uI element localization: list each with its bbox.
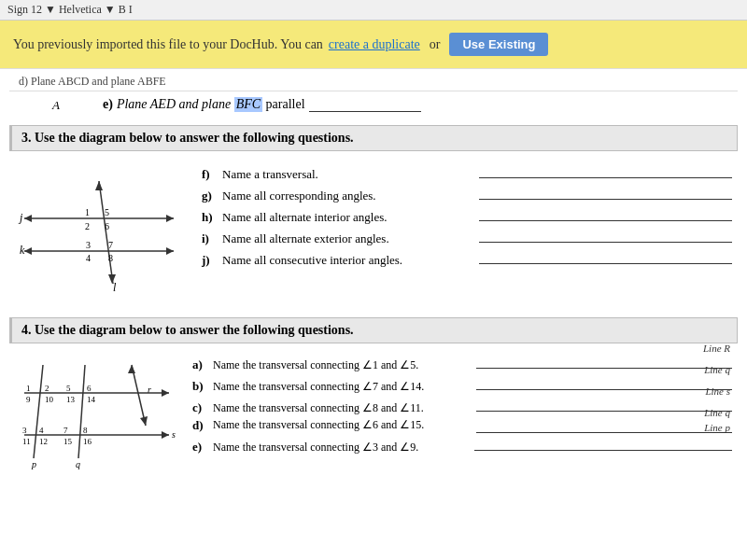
question-4b: b) Name the transversal connecting ∠7 an… — [192, 375, 732, 394]
svg-text:13: 13 — [66, 395, 76, 404]
svg-text:1: 1 — [26, 384, 31, 393]
svg-text:6: 6 — [105, 221, 109, 231]
svg-text:5: 5 — [105, 207, 109, 217]
svg-text:2: 2 — [85, 221, 90, 231]
question-h: h) Name all alternate interior angles. — [202, 206, 732, 225]
svg-text:9: 9 — [26, 395, 31, 404]
svg-text:k: k — [20, 244, 25, 257]
svg-marker-9 — [95, 181, 103, 190]
q-4a-answer-line — [476, 354, 732, 369]
use-existing-button[interactable]: Use Existing — [449, 33, 548, 56]
svg-text:15: 15 — [63, 437, 73, 446]
banner-main-text: You previously imported this file to you… — [13, 37, 323, 52]
q-4c-text: Name the transversal connecting ∠8 and ∠… — [213, 401, 472, 415]
q-g-label: g) — [202, 189, 222, 203]
svg-marker-26 — [140, 416, 148, 426]
plane-bfc-highlight: BFC — [234, 97, 262, 112]
svg-text:1: 1 — [85, 207, 90, 217]
q-f-text: Name a transversal. — [222, 167, 475, 182]
svg-marker-7 — [24, 247, 32, 255]
q-4e-text: Name the transversal connecting ∠3 and ∠… — [213, 441, 471, 455]
q-4c-label: c) — [192, 400, 213, 415]
q-4a-text: Name the transversal connecting ∠1 and ∠… — [213, 358, 472, 372]
q-4b-text: Name the transversal connecting ∠7 and ∠… — [213, 380, 472, 394]
svg-text:7: 7 — [63, 426, 68, 435]
section4-diagram: p q r s 1 2 9 — [9, 349, 187, 478]
q-4a-answer: Line R — [703, 343, 730, 354]
q-4b-answer-line — [476, 375, 732, 390]
banner-or: or — [430, 37, 441, 52]
q-h-answer-line — [479, 206, 732, 221]
q-h-text: Name all alternate interior angles. — [222, 210, 475, 225]
section4-transversal-diagram: p q r s 1 2 9 — [15, 351, 183, 472]
svg-text:11: 11 — [22, 437, 31, 446]
q-4b-answer: Line q — [704, 364, 730, 375]
q-4b-label: b) — [192, 379, 213, 394]
plane-e-label: e) — [103, 97, 113, 112]
toolbar: Sign 12 ▼ Helvetica ▼ B I — [0, 0, 747, 21]
question-i: i) Name all alternate exterior angles. — [202, 228, 732, 246]
q-4d-answer-top: Line q — [704, 407, 730, 418]
q-4c-answer: Line s — [705, 385, 730, 397]
section3-diagram: j k l 1 5 — [9, 159, 196, 310]
q-4d-text: Name the transversal connecting ∠6 and ∠… — [213, 418, 472, 432]
svg-text:6: 6 — [87, 384, 92, 393]
q-4a-label: a) — [192, 357, 213, 372]
svg-marker-29 — [162, 431, 169, 439]
question-g: g) Name all corresponding angles. — [202, 185, 732, 203]
q-f-answer-line — [479, 163, 732, 178]
q-g-text: Name all corresponding angles. — [222, 189, 475, 203]
svg-marker-2 — [166, 215, 174, 222]
svg-text:4: 4 — [39, 426, 44, 435]
svg-line-8 — [99, 181, 113, 284]
section3-questions: f) Name a transversal. g) Name all corre… — [196, 159, 738, 310]
q-4d-answer-line — [476, 418, 732, 433]
svg-text:4: 4 — [86, 253, 91, 263]
q-i-label: i) — [202, 231, 222, 246]
q-f-label: f) — [202, 167, 222, 182]
svg-text:14: 14 — [87, 395, 96, 404]
main-content: d) Plane ABCD and plane ABFE A e) Plane … — [0, 69, 747, 489]
q-i-text: Name all alternate exterior angles. — [222, 231, 475, 246]
plane-e-line: e) Plane AED and plane BFC parallel — [93, 93, 421, 118]
svg-marker-6 — [166, 247, 174, 255]
question-4e: e) Name the transversal connecting ∠3 an… — [192, 436, 732, 455]
svg-text:q: q — [76, 459, 80, 469]
svg-text:8: 8 — [108, 253, 113, 263]
svg-text:8: 8 — [83, 426, 88, 435]
svg-text:12: 12 — [39, 437, 48, 446]
svg-text:16: 16 — [83, 437, 92, 446]
section4-questions: a) Name the transversal connecting ∠1 an… — [187, 349, 738, 478]
svg-text:j: j — [18, 211, 23, 224]
import-banner: You previously imported this file to you… — [0, 21, 747, 69]
q-4e-answer-line — [474, 436, 732, 451]
section3-body: j k l 1 5 — [9, 155, 738, 314]
section3-header: 3. Use the diagram below to answer the f… — [9, 125, 738, 151]
q-j-answer-line — [479, 249, 732, 264]
svg-marker-27 — [128, 365, 135, 373]
svg-text:p: p — [31, 459, 36, 469]
svg-text:2: 2 — [45, 384, 49, 393]
q-4d-label: d) — [192, 418, 213, 433]
svg-text:l: l — [113, 281, 117, 294]
question-4d: d) Name the transversal connecting ∠6 an… — [192, 418, 732, 433]
q-j-label: j) — [202, 253, 222, 268]
svg-text:10: 10 — [45, 395, 54, 404]
q-i-answer-line — [479, 228, 732, 243]
q-g-answer-line — [479, 185, 732, 200]
plane-e-text1: Plane AED and plane — [117, 97, 231, 112]
create-duplicate-link[interactable]: create a duplicate — [329, 37, 420, 52]
plane-d-line: d) Plane ABCD and plane ABFE — [9, 73, 738, 91]
section4-header: 4. Use the diagram below to answer the f… — [9, 317, 738, 343]
label-a: A — [9, 98, 93, 113]
svg-text:3: 3 — [86, 240, 91, 250]
question-j: j) Name all consecutive interior angles. — [202, 249, 732, 268]
question-f: f) Name a transversal. — [202, 163, 732, 182]
svg-text:s: s — [172, 429, 176, 440]
plane-e-text2: parallel — [266, 97, 305, 112]
question-4c: c) Name the transversal connecting ∠8 an… — [192, 397, 732, 415]
svg-text:5: 5 — [66, 384, 71, 393]
q-j-text: Name all consecutive interior angles. — [222, 253, 475, 268]
q-4c-answer-line — [476, 397, 732, 412]
svg-line-24 — [132, 365, 146, 426]
